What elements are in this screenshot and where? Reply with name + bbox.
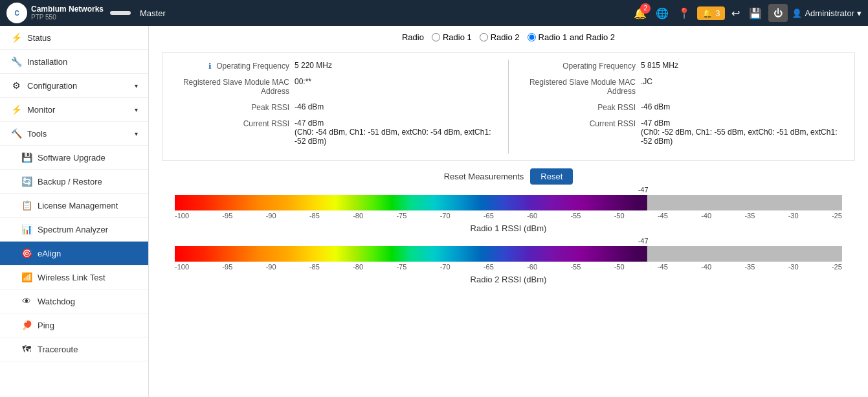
right-current-rssi-label: Current RSSI bbox=[519, 119, 636, 128]
rssi1-title: Radio 1 RSSI (dBm) bbox=[162, 223, 855, 233]
power-button[interactable]: ⏻ bbox=[768, 4, 788, 22]
left-panel: ℹ Operating Frequency 5 220 MHz Register… bbox=[162, 53, 508, 160]
right-op-freq-label: Operating Frequency bbox=[519, 61, 636, 71]
right-operating-frequency-row: Operating Frequency 5 815 MHz bbox=[519, 61, 844, 71]
sidebar-item-label: Traceroute bbox=[38, 345, 78, 354]
radio1and2-label[interactable]: Radio 1 and Radio 2 bbox=[528, 32, 616, 42]
sidebar-item-ealign[interactable]: 🎯 eAlign bbox=[0, 242, 148, 266]
spectrum-icon: 📊 bbox=[21, 224, 32, 234]
radio-selector: Radio Radio 1 Radio 2 Radio 1 and Radio … bbox=[162, 32, 855, 42]
sidebar-item-status[interactable]: ⚡ Status bbox=[0, 26, 148, 50]
status-icon: ⚡ bbox=[10, 32, 22, 43]
left-current-rssi-value: -47 dBm (Ch0: -54 dBm, Ch1: -51 dBm, ext… bbox=[295, 119, 498, 146]
right-mac-label: Registered Slave Module MAC Address bbox=[519, 77, 636, 96]
sidebar-item-label: Spectrum Analyzer bbox=[38, 225, 108, 234]
sidebar-item-label: Watchdog bbox=[38, 297, 75, 306]
left-mac-row: Registered Slave Module MAC Address 00:*… bbox=[173, 77, 498, 96]
right-panel: Operating Frequency 5 815 MHz Registered… bbox=[509, 53, 854, 160]
right-peak-rssi-row: Peak RSSI -46 dBm bbox=[519, 102, 844, 112]
sidebar-item-label: Ping bbox=[38, 321, 54, 330]
main-content: Radio Radio 1 Radio 2 Radio 1 and Radio … bbox=[149, 26, 868, 397]
undo-button[interactable]: ↩ bbox=[729, 5, 742, 22]
rssi-bar-1: -47 bbox=[175, 195, 842, 210]
sidebar-item-spectrum-analyzer[interactable]: 📊 Spectrum Analyzer bbox=[0, 218, 148, 242]
sidebar-item-label: Software Upgrade bbox=[38, 153, 106, 163]
alarm-icon: 🔔 bbox=[702, 8, 713, 18]
radio1-label[interactable]: Radio 1 bbox=[432, 32, 472, 42]
reset-measurements-area: Reset Measurements Reset bbox=[162, 168, 855, 185]
header-icons: 🔔 2 🌐 📍 🔔 3 ↩ 💾 ⏻ 👤 Administrator ▾ bbox=[631, 4, 862, 22]
left-mac-label: Registered Slave Module MAC Address bbox=[173, 77, 289, 96]
rssi1-scale: -100 -95 -90 -85 -80 -75 -70 -65 -60 -55… bbox=[175, 212, 842, 220]
sidebar-item-label: Wireless Link Test bbox=[38, 273, 106, 282]
radio-selector-label: Radio bbox=[402, 32, 424, 42]
alarm-button[interactable]: 🔔 3 bbox=[697, 6, 725, 20]
sidebar: ⚡ Status 🔧 Installation ⚙ Configuration … bbox=[0, 26, 149, 397]
rssi2-marker-label: -47 bbox=[638, 237, 649, 245]
admin-button[interactable]: 👤 Administrator ▾ bbox=[792, 8, 862, 18]
data-panels-container: ℹ Operating Frequency 5 220 MHz Register… bbox=[162, 52, 855, 161]
right-op-freq-value: 5 815 MHz bbox=[641, 61, 844, 70]
info-icon: ℹ bbox=[208, 62, 212, 71]
ping-icon: 🏓 bbox=[21, 320, 32, 330]
reset-button[interactable]: Reset bbox=[530, 168, 573, 185]
installation-icon: 🔧 bbox=[10, 56, 22, 67]
brand-name: Cambium Networks bbox=[31, 5, 104, 14]
radio2-label[interactable]: Radio 2 bbox=[480, 32, 520, 42]
sidebar-item-traceroute[interactable]: 🗺 Traceroute bbox=[0, 337, 148, 361]
right-mac-value: .JC bbox=[641, 77, 844, 86]
sidebar-item-wireless-link-test[interactable]: 📶 Wireless Link Test bbox=[0, 266, 148, 289]
sidebar-item-label: License Management bbox=[38, 201, 118, 210]
sidebar-item-configuration[interactable]: ⚙ Configuration ▾ bbox=[0, 74, 148, 98]
chevron-down-icon: ▾ bbox=[135, 82, 138, 89]
sidebar-item-backup-restore[interactable]: 🔄 Backup / Restore bbox=[0, 170, 148, 194]
sidebar-item-software-upgrade[interactable]: 💾 Software Upgrade bbox=[0, 146, 148, 170]
chevron-down-icon: ▾ bbox=[135, 106, 138, 113]
app-body: ⚡ Status 🔧 Installation ⚙ Configuration … bbox=[0, 26, 868, 397]
sidebar-item-ping[interactable]: 🏓 Ping bbox=[0, 313, 148, 337]
sidebar-item-monitor[interactable]: ⚡ Monitor ▾ bbox=[0, 98, 148, 122]
radio1and2-input[interactable] bbox=[528, 33, 536, 41]
sidebar-item-label: Status bbox=[27, 33, 51, 43]
device-name-badge bbox=[110, 11, 131, 15]
rssi1-colored-bar bbox=[175, 195, 647, 210]
logo-circle: C bbox=[6, 3, 27, 23]
ealign-icon: 🎯 bbox=[21, 248, 32, 258]
left-peak-rssi-label: Peak RSSI bbox=[173, 102, 289, 112]
save-button[interactable]: 💾 bbox=[746, 5, 764, 22]
right-peak-rssi-label: Peak RSSI bbox=[519, 102, 636, 112]
license-icon: 📋 bbox=[21, 200, 32, 210]
rssi-chart-2: -47 -100 -95 -90 -85 -80 -75 -70 -65 -60… bbox=[162, 246, 855, 284]
backup-restore-icon: 🔄 bbox=[21, 176, 32, 187]
notification-bell-button[interactable]: 🔔 2 bbox=[631, 5, 649, 22]
sidebar-item-watchdog[interactable]: 👁 Watchdog bbox=[0, 289, 148, 313]
right-current-rssi-value: -47 dBm (Ch0: -52 dBm, Ch1: -55 dBm, ext… bbox=[641, 119, 844, 146]
left-peak-rssi-row: Peak RSSI -46 dBm bbox=[173, 102, 498, 112]
watchdog-icon: 👁 bbox=[21, 296, 32, 306]
sidebar-item-label: Backup / Restore bbox=[38, 177, 102, 187]
sidebar-item-license-management[interactable]: 📋 License Management bbox=[0, 194, 148, 218]
rssi2-colored-bar bbox=[175, 246, 647, 262]
location-button[interactable]: 📍 bbox=[675, 5, 693, 22]
sidebar-item-installation[interactable]: 🔧 Installation bbox=[0, 50, 148, 74]
radio1-input[interactable] bbox=[432, 33, 440, 41]
monitor-icon: ⚡ bbox=[10, 104, 22, 115]
globe-button[interactable]: 🌐 bbox=[653, 5, 671, 22]
sidebar-item-label: Tools bbox=[27, 129, 47, 139]
left-mac-value: 00:** bbox=[295, 77, 498, 86]
right-peak-rssi-value: -46 dBm bbox=[641, 102, 844, 111]
rssi1-gray-bar bbox=[647, 195, 842, 210]
sidebar-item-label: Monitor bbox=[27, 105, 55, 115]
left-peak-rssi-value: -46 dBm bbox=[295, 102, 498, 111]
admin-icon: 👤 bbox=[792, 8, 802, 18]
radio2-input[interactable] bbox=[480, 33, 488, 41]
sidebar-item-label: Installation bbox=[27, 57, 67, 67]
traceroute-icon: 🗺 bbox=[21, 344, 32, 354]
admin-label: Administrator bbox=[805, 8, 854, 18]
left-op-freq-label: ℹ Operating Frequency bbox=[173, 61, 289, 71]
configuration-icon: ⚙ bbox=[10, 80, 22, 91]
sidebar-item-tools[interactable]: 🔨 Tools ▾ bbox=[0, 122, 148, 146]
chevron-down-icon: ▾ bbox=[135, 130, 138, 137]
sidebar-item-label: Configuration bbox=[27, 81, 77, 91]
alarm-count: 3 bbox=[715, 8, 720, 18]
